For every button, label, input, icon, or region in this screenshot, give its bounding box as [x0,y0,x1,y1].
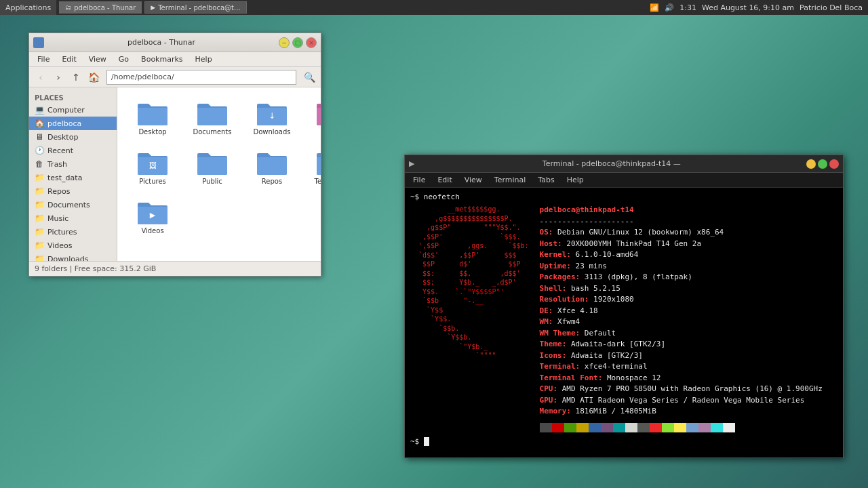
terminal-maximize-button[interactable] [818,159,827,169]
info-theme-key: Theme: [540,340,571,348]
file-area[interactable]: Desktop Documents ↓ [117,87,321,261]
color-block-11 [674,423,686,432]
color-block-8 [637,423,650,432]
search-button[interactable]: 🔍 [302,70,317,85]
minimize-button[interactable]: − [279,37,290,48]
taskbar-thunar-label: pdelboca - Thunar [74,4,136,12]
terminal-body[interactable]: ~$ neofetch __met$$$$$gg. ,g$$$$$$$$$$$$… [405,188,843,458]
info-shell-val: bash 5.2.15 [571,284,620,293]
color-block-9 [650,423,662,432]
network-icon: 📶 [650,3,659,12]
info-cpu-key: CPU: [540,384,562,393]
folder-public-icon [196,149,229,176]
close-button[interactable]: × [306,37,317,48]
info-kernel-val: 6.1.0-10-amd64 [576,250,639,259]
menu-file[interactable]: File [32,54,55,65]
taskbar-terminal-btn[interactable]: ▶ Terminal - pdelboca@t... [144,1,246,14]
terminal-menu-file[interactable]: File [408,174,431,186]
thunar-toolbar: ‹ › ↑ 🏠 /home/pdelboca/ 🔍 [29,67,321,87]
sidebar-item-downloads[interactable]: 📁 Downloads [29,252,117,261]
color-block-12 [686,423,698,432]
color-block-1 [552,423,564,432]
svg-text:▶: ▶ [150,211,156,220]
statusbar-text: 9 folders | Free space: 315.2 GiB [35,264,156,273]
terminal-close-button[interactable] [829,159,839,169]
terminal-menu-help[interactable]: Help [561,174,589,186]
terminal-menu-view[interactable]: View [459,174,488,186]
folder-templates[interactable]: T Templates [304,145,321,189]
sidebar-item-trash[interactable]: 🗑 Trash [29,157,117,171]
taskbar-user: Patricio Del Boca [800,3,863,12]
forward-button[interactable]: › [51,70,66,85]
sidebar-label-videos: Videos [47,241,73,250]
computer-icon: 💻 [35,105,44,115]
taskbar-windows: 🗂 pdelboca - Thunar ▶ Terminal - pdelboc… [56,1,644,14]
info-resolution-val: 1920x1080 [593,295,634,304]
folder-videos-label: Videos [141,227,163,235]
sidebar-label-desktop: Desktop [47,133,78,142]
color-block-15 [723,423,735,432]
folder-icon-pictures: 📁 [35,227,44,237]
sidebar-item-desktop[interactable]: 🖥 Desktop [29,130,117,144]
sidebar-item-documents[interactable]: 📁 Documents [29,198,117,211]
sidebar-item-repos[interactable]: 📁 Repos [29,184,117,198]
menu-go[interactable]: Go [113,54,134,65]
info-terminal-key: Terminal: [540,362,585,371]
folder-downloads[interactable]: ↓ Downloads [245,96,299,140]
file-grid: Desktop Documents ↓ [123,93,315,241]
folder-repos[interactable]: Repos [245,145,299,189]
sidebar-item-pdelboca[interactable]: 🏠 pdelboca [29,117,117,130]
address-text: /home/pdelboca/ [111,73,174,81]
sidebar-label-trash: Trash [47,160,67,169]
taskbar-terminal-label: Terminal - pdelboca@t... [158,4,240,12]
thunar-window: pdelboca - Thunar − □ × File Edit View G… [28,33,321,277]
info-wm-key: WM: [540,317,558,326]
terminal-menu-terminal[interactable]: Terminal [489,174,532,186]
terminal-prompt2-text: ~$ [410,437,424,446]
sidebar-item-music[interactable]: 📁 Music [29,211,117,225]
info-separator: --------------------- [540,217,634,226]
folder-templates-label: Templates [315,178,321,185]
info-wmtheme-key: WM Theme: [540,329,585,338]
sidebar-item-pictures[interactable]: 📁 Pictures [29,225,117,239]
terminal-menubar: File Edit View Terminal Tabs Help [405,173,843,188]
color-block-10 [662,423,674,432]
folder-videos-icon: ▶ [136,199,169,226]
menu-view[interactable]: View [83,54,112,65]
taskbar-thunar-btn[interactable]: 🗂 pdelboca - Thunar [59,1,142,14]
menu-help[interactable]: Help [190,54,218,65]
menu-edit[interactable]: Edit [56,54,81,65]
folder-documents[interactable]: Documents [185,96,239,140]
info-de-key: DE: [540,306,558,315]
sidebar-item-testdata[interactable]: 📁 test_data [29,171,117,184]
folder-music[interactable]: ♪ Music [304,96,321,140]
terminal-menu-tabs[interactable]: Tabs [532,174,559,186]
home-button[interactable]: 🏠 [86,70,101,85]
up-button[interactable]: ↑ [68,70,83,85]
terminal-minimize-button[interactable] [806,159,816,169]
sidebar-item-videos[interactable]: 📁 Videos [29,239,117,252]
address-bar[interactable]: /home/pdelboca/ [106,70,296,85]
sidebar-label-pdelboca: pdelboca [47,119,81,128]
menu-bookmarks[interactable]: Bookmarks [136,54,188,65]
info-uptime-val: 23 mins [576,262,607,270]
terminal-menu-edit[interactable]: Edit [432,174,457,186]
folder-pictures[interactable]: 🖼 Pictures [125,145,180,189]
volume-icon: 🔊 [665,3,674,12]
folder-icon-documents: 📁 [35,200,44,209]
info-os-key: OS: [540,228,558,237]
folder-public[interactable]: Public [185,145,239,189]
maximize-button[interactable]: □ [292,37,303,48]
terminal-prompt1-text: ~$ neofetch [410,192,460,201]
info-gpu-val: AMD ATI Radeon Vega Series / Radeon Vega… [562,396,805,405]
folder-videos[interactable]: ▶ Videos [125,195,180,239]
color-block-4 [589,423,601,432]
info-host-key: Host: [540,239,567,248]
folder-desktop[interactable]: Desktop [125,96,180,140]
info-packages-key: Packages: [540,272,585,281]
applications-menu[interactable]: Applications [0,0,56,15]
back-button[interactable]: ‹ [33,70,48,85]
sidebar-item-computer[interactable]: 💻 Computer [29,103,117,117]
sidebar-item-recent[interactable]: 🕐 Recent [29,144,117,157]
info-memory-val: 1816MiB / 14805MiB [576,407,656,415]
